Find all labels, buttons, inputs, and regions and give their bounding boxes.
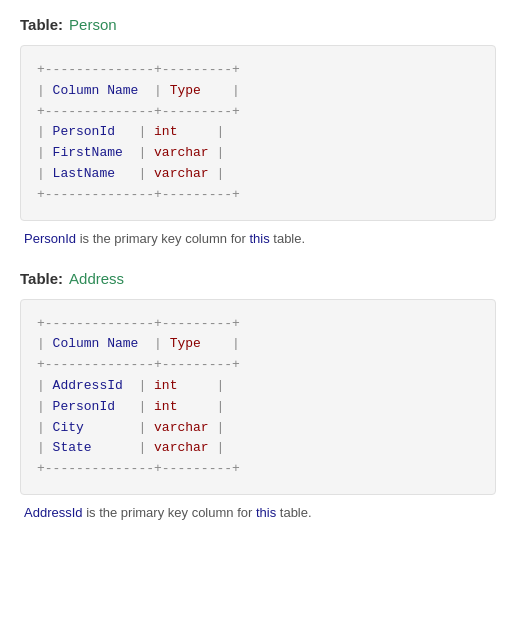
this-word: this	[256, 505, 276, 520]
table-name: Address	[69, 270, 124, 287]
pipe-char: |	[37, 378, 53, 393]
pipe-char: |	[131, 145, 154, 160]
pipe-char: |	[209, 399, 225, 414]
separator-line: +--------------+---------+	[37, 316, 240, 331]
pipe-char: |	[209, 145, 225, 160]
col-type-cell: varchar	[154, 145, 209, 160]
table-keyword: Table:	[20, 270, 63, 287]
pipe-char: |	[146, 336, 169, 351]
col-type-cell: int	[154, 378, 209, 393]
col-type-cell: varchar	[154, 420, 209, 435]
pipe-char: |	[37, 124, 53, 139]
col-type-cell: int	[154, 399, 209, 414]
pipe-char: |	[131, 378, 154, 393]
col-name-cell: PersonId	[53, 124, 131, 139]
table-name: Person	[69, 16, 117, 33]
address-section: Table:Address+--------------+---------+ …	[20, 270, 496, 520]
col-type-cell: varchar	[154, 440, 209, 455]
pipe-char: |	[209, 166, 225, 181]
this-word: this	[249, 231, 269, 246]
pipe-char: |	[131, 420, 154, 435]
separator-line: +--------------+---------+	[37, 104, 240, 119]
col-name-cell: LastName	[53, 166, 131, 181]
table-content: +--------------+---------+ | Column Name…	[37, 60, 479, 206]
separator-line: +--------------+---------+	[37, 62, 240, 77]
header-col-name: Column Name	[53, 83, 147, 98]
primary-key-note: PersonId is the primary key column for t…	[20, 229, 496, 246]
pipe-char: |	[131, 124, 154, 139]
table-content: +--------------+---------+ | Column Name…	[37, 314, 479, 480]
primary-key-word: AddressId	[24, 505, 83, 520]
table-label: Table:Address	[20, 270, 496, 287]
col-name-cell: State	[53, 440, 131, 455]
pipe-char: |	[209, 440, 225, 455]
col-type-cell: int	[154, 124, 209, 139]
header-col-type: Type	[170, 336, 232, 351]
col-name-cell: City	[53, 420, 131, 435]
pipe-char: |	[37, 166, 53, 181]
pipe-char: |	[232, 336, 240, 351]
header-col-name: Column Name	[53, 336, 147, 351]
pipe-char: |	[131, 399, 154, 414]
person-section: Table:Person+--------------+---------+ |…	[20, 16, 496, 246]
pipe-char: |	[131, 166, 154, 181]
table-keyword: Table:	[20, 16, 63, 33]
pipe-char: |	[37, 420, 53, 435]
pipe-char: |	[232, 83, 240, 98]
col-name-cell: FirstName	[53, 145, 131, 160]
pipe-char: |	[37, 336, 53, 351]
separator-line: +--------------+---------+	[37, 187, 240, 202]
pipe-char: |	[37, 83, 53, 98]
pipe-char: |	[209, 420, 225, 435]
primary-key-word: PersonId	[24, 231, 76, 246]
primary-key-note: AddressId is the primary key column for …	[20, 503, 496, 520]
pipe-char: |	[209, 124, 225, 139]
table-label: Table:Person	[20, 16, 496, 33]
pipe-char: |	[37, 440, 53, 455]
col-name-cell: PersonId	[53, 399, 131, 414]
pipe-char: |	[146, 83, 169, 98]
separator-line: +--------------+---------+	[37, 461, 240, 476]
pipe-char: |	[37, 399, 53, 414]
pipe-char: |	[37, 145, 53, 160]
code-block: +--------------+---------+ | Column Name…	[20, 45, 496, 221]
code-block: +--------------+---------+ | Column Name…	[20, 299, 496, 495]
col-name-cell: AddressId	[53, 378, 131, 393]
separator-line: +--------------+---------+	[37, 357, 240, 372]
header-col-type: Type	[170, 83, 232, 98]
col-type-cell: varchar	[154, 166, 209, 181]
pipe-char: |	[209, 378, 225, 393]
pipe-char: |	[131, 440, 154, 455]
